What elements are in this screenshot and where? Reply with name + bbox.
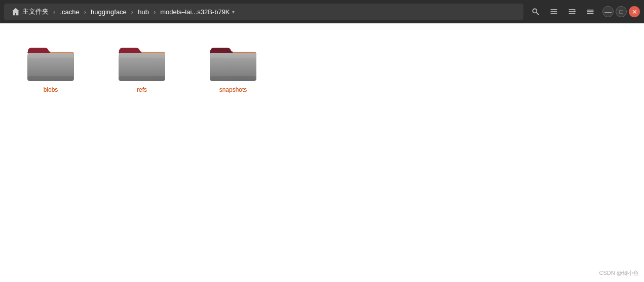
folder-blobs-icon bbox=[25, 38, 76, 83]
minimize-button[interactable]: — bbox=[602, 6, 614, 17]
folder-snapshots-label: snapshots bbox=[219, 86, 247, 93]
watermark-text: CSDN @鲫小鱼 bbox=[599, 270, 639, 276]
svg-rect-5 bbox=[569, 9, 576, 10]
breadcrumb-models-label: models–lai...s32B-b79K bbox=[160, 8, 230, 16]
svg-rect-11 bbox=[587, 13, 594, 14]
svg-point-0 bbox=[533, 9, 537, 13]
toolbar-right bbox=[527, 4, 598, 20]
list-view-button[interactable] bbox=[546, 4, 562, 20]
breadcrumb-home-label: 主文件夹 bbox=[22, 7, 49, 16]
folder-blobs[interactable]: blobs bbox=[20, 33, 81, 97]
svg-rect-10 bbox=[587, 11, 594, 12]
search-button[interactable] bbox=[527, 4, 544, 20]
titlebar: 主文件夹 › .cache › huggingface › hub › mode… bbox=[0, 0, 644, 23]
folder-snapshots[interactable]: snapshots bbox=[203, 33, 263, 97]
svg-rect-14 bbox=[27, 76, 74, 81]
close-icon: ✕ bbox=[632, 8, 637, 16]
window-controls: — □ ✕ bbox=[602, 6, 640, 17]
list-view-icon bbox=[550, 8, 558, 16]
breadcrumb-huggingface-label: huggingface bbox=[91, 8, 127, 16]
maximize-button[interactable]: □ bbox=[616, 6, 627, 17]
svg-rect-13 bbox=[27, 53, 74, 58]
menu-button[interactable] bbox=[582, 4, 598, 20]
sep-4: › bbox=[153, 8, 156, 16]
minimize-icon: — bbox=[604, 8, 612, 16]
view-options-button[interactable] bbox=[564, 4, 580, 20]
breadcrumb-hub-label: hub bbox=[138, 8, 149, 16]
svg-rect-3 bbox=[551, 11, 557, 12]
svg-marker-8 bbox=[575, 10, 576, 13]
folder-refs[interactable]: refs bbox=[111, 33, 172, 97]
breadcrumb-cache[interactable]: .cache bbox=[57, 7, 82, 17]
breadcrumb-home[interactable]: 主文件夹 bbox=[8, 6, 52, 17]
home-icon bbox=[11, 7, 20, 16]
sep-2: › bbox=[84, 8, 87, 16]
svg-rect-9 bbox=[587, 10, 594, 11]
folder-blobs-label: blobs bbox=[44, 86, 58, 93]
sep-3: › bbox=[131, 8, 134, 16]
file-browser-content: blobs refs bbox=[0, 23, 644, 282]
svg-line-1 bbox=[537, 13, 539, 15]
folder-refs-label: refs bbox=[137, 86, 147, 93]
svg-rect-4 bbox=[551, 13, 557, 14]
hamburger-icon bbox=[586, 8, 594, 16]
svg-rect-2 bbox=[551, 9, 557, 10]
watermark: CSDN @鲫小鱼 bbox=[599, 269, 639, 277]
folder-refs-icon bbox=[117, 38, 167, 83]
sep-1: › bbox=[53, 8, 56, 16]
breadcrumb-bar: 主文件夹 › .cache › huggingface › hub › mode… bbox=[4, 4, 523, 20]
breadcrumb-hub[interactable]: hub bbox=[135, 7, 152, 17]
breadcrumb-models[interactable]: models–lai...s32B-b79K ▾ bbox=[157, 7, 237, 17]
breadcrumb-huggingface[interactable]: huggingface bbox=[88, 7, 130, 17]
svg-rect-7 bbox=[569, 13, 576, 14]
breadcrumb-cache-label: .cache bbox=[60, 8, 79, 16]
chevron-down-icon: ▾ bbox=[232, 9, 235, 15]
svg-rect-20 bbox=[210, 76, 256, 81]
svg-rect-16 bbox=[119, 53, 165, 58]
view-options-icon bbox=[568, 8, 576, 16]
svg-rect-19 bbox=[210, 53, 256, 58]
svg-rect-17 bbox=[119, 76, 165, 81]
svg-rect-6 bbox=[569, 11, 576, 12]
search-icon bbox=[532, 8, 540, 16]
close-button[interactable]: ✕ bbox=[629, 6, 640, 17]
maximize-icon: □ bbox=[619, 8, 623, 15]
folder-snapshots-icon bbox=[208, 38, 258, 83]
